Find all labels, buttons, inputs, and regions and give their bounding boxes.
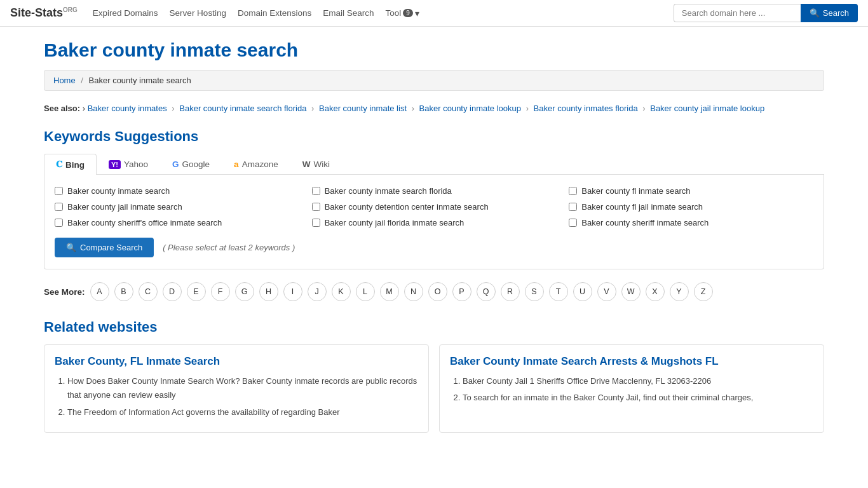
see-also-arrow: › [83,104,88,113]
breadcrumb-home[interactable]: Home [53,76,76,85]
keyword-item-4[interactable]: Baker county detention center inmate sea… [312,202,557,212]
bing-icon: 𝐂 [56,159,62,170]
search-input[interactable] [674,4,801,22]
see-also-link-3[interactable]: Baker county inmate lookup [419,104,521,113]
letter-A[interactable]: A [90,282,109,301]
letter-U[interactable]: U [573,282,592,301]
letter-N[interactable]: N [404,282,423,301]
search-icon-compare: 🔍 [66,243,76,252]
letter-C[interactable]: C [139,282,158,301]
letter-F[interactable]: F [211,282,230,301]
list-item: Baker County Jail 1 Sheriffs Office Driv… [463,374,813,388]
see-also-link-2[interactable]: Baker county inmate list [319,104,407,113]
keyword-checkbox-1[interactable] [312,187,320,195]
keyword-item-0[interactable]: Baker county inmate search [55,186,299,196]
keyword-item-1[interactable]: Baker county inmate search florida [312,186,557,196]
related-card-title-0[interactable]: Baker County, FL Inmate Search [55,355,418,368]
keyword-checkbox-2[interactable] [569,187,577,195]
letter-Z[interactable]: Z [694,282,713,301]
keyword-item-5[interactable]: Baker county fl jail inmate search [569,202,813,212]
related-card-title-1[interactable]: Baker County Inmate Search Arrests & Mug… [450,355,813,368]
keyword-item-2[interactable]: Baker county fl inmate search [569,186,813,196]
nav-server-hosting[interactable]: Server Hosting [170,8,226,18]
letter-T[interactable]: T [549,282,568,301]
letter-V[interactable]: V [597,282,616,301]
letter-H[interactable]: H [259,282,278,301]
see-more-bar: See More: A B C D E F G H I J K L M N O … [44,282,824,301]
letter-K[interactable]: K [332,282,351,301]
nav-links: Expired Domains Server Hosting Domain Ex… [93,8,658,18]
search-button-label: Search [823,8,849,18]
keyword-item-8[interactable]: Baker county sheriff inmate search [569,218,813,227]
related-card-0: Baker County, FL Inmate Search How Does … [44,344,429,432]
letter-W[interactable]: W [621,282,641,301]
keyword-checkbox-7[interactable] [312,219,320,227]
tab-wiki[interactable]: W Wiki [290,154,342,174]
site-logo[interactable]: Site-StatsORG [10,6,78,20]
letter-L[interactable]: L [356,282,375,301]
keyword-item-3[interactable]: Baker county jail inmate search [55,202,299,212]
related-card-1: Baker County Inmate Search Arrests & Mug… [439,344,824,432]
letter-J[interactable]: J [308,282,327,301]
letter-O[interactable]: O [428,282,447,301]
navbar: Site-StatsORG Expired Domains Server Hos… [0,0,868,27]
letter-G[interactable]: G [235,282,254,301]
keyword-item-6[interactable]: Baker county sheriff's office inmate sea… [55,218,299,227]
keyword-item-7[interactable]: Baker county jail florida inmate search [312,218,557,227]
related-title: Related websites [44,319,824,336]
related-section: Related websites Baker County, FL Inmate… [44,319,824,432]
keyword-checkbox-0[interactable] [55,187,63,195]
tool-label: Tool [386,8,402,18]
see-also-link-0[interactable]: Baker county inmates [88,104,167,113]
keyword-checkbox-5[interactable] [569,203,577,211]
keyword-grid: Baker county inmate search Baker county … [55,186,813,227]
compare-bar: 🔍 Compare Search ( Please select at leas… [55,238,813,257]
nav-tool[interactable]: Tool 9 ▾ [386,8,419,18]
google-icon: G [172,159,179,169]
brand-sup: ORG [63,6,78,13]
see-also-link-1[interactable]: Baker county inmate search florida [179,104,306,113]
letter-P[interactable]: P [452,282,471,301]
letter-X[interactable]: X [646,282,665,301]
keyword-checkbox-4[interactable] [312,203,320,211]
letter-S[interactable]: S [525,282,544,301]
see-also-link-5[interactable]: Baker county jail inmate lookup [650,104,764,113]
letter-Y[interactable]: Y [670,282,689,301]
letter-R[interactable]: R [501,282,520,301]
list-item: The Freedom of Information Act governs t… [67,405,418,419]
search-button[interactable]: 🔍 Search [801,4,858,22]
keywords-title: Keywords Suggestions [44,128,824,145]
letter-Q[interactable]: Q [477,282,496,301]
nav-email-search[interactable]: Email Search [323,8,374,18]
amazon-icon: a [234,159,239,169]
compare-note: ( Please select at least 2 keywords ) [163,243,295,252]
yahoo-icon: Y! [109,160,121,169]
list-item: To search for an inmate in the Baker Cou… [463,391,813,405]
tab-bing[interactable]: 𝐂 Bing [44,154,97,175]
see-also-section: See also: › Baker county inmates › Baker… [44,101,824,116]
brand-name: Site-Stats [10,6,63,19]
related-grid: Baker County, FL Inmate Search How Does … [44,344,824,432]
search-bar: 🔍 Search [674,4,858,22]
tab-yahoo[interactable]: Y! Yahoo [97,154,160,174]
keyword-box: Baker county inmate search Baker county … [44,175,824,269]
keyword-checkbox-6[interactable] [55,219,63,227]
keywords-section: Keywords Suggestions 𝐂 Bing Y! Yahoo G G… [44,128,824,269]
breadcrumb-separator: / [81,76,83,85]
tab-google[interactable]: G Google [160,154,222,174]
related-card-list-1: Baker County Jail 1 Sheriffs Office Driv… [450,374,813,405]
see-also-link-4[interactable]: Baker county inmates florida [534,104,638,113]
nav-domain-extensions[interactable]: Domain Extensions [238,8,311,18]
list-item: How Does Baker County Inmate Search Work… [67,374,418,402]
letter-M[interactable]: M [380,282,399,301]
nav-expired-domains[interactable]: Expired Domains [93,8,158,18]
compare-search-button[interactable]: 🔍 Compare Search [55,238,154,257]
tab-amazon[interactable]: a Amazone [222,154,290,174]
letter-E[interactable]: E [187,282,206,301]
keyword-checkbox-3[interactable] [55,203,63,211]
page-title: Baker county inmate search [44,39,824,61]
letter-D[interactable]: D [163,282,182,301]
keyword-checkbox-8[interactable] [569,219,577,227]
letter-B[interactable]: B [114,282,133,301]
letter-I[interactable]: I [283,282,302,301]
